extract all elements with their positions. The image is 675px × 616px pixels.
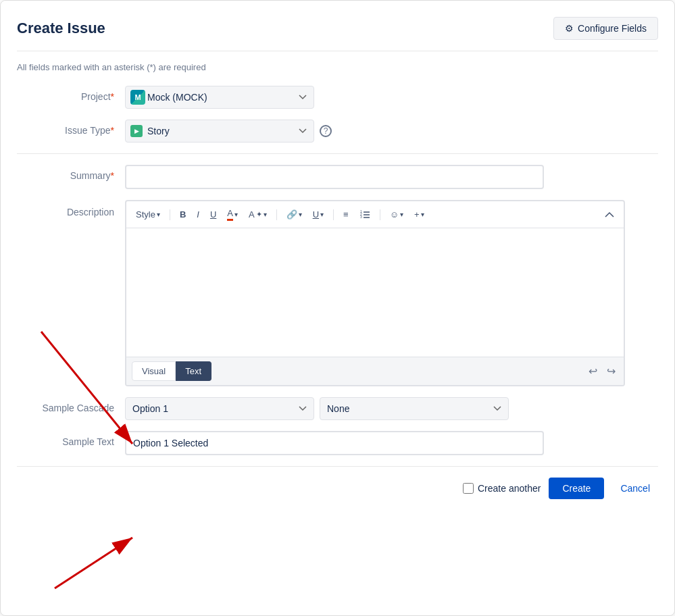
editor-actions: ↩ ↪ xyxy=(586,363,618,379)
cascade-primary-select[interactable]: Option 1 Option 2 Option 3 xyxy=(125,397,314,420)
style-dropdown-button[interactable]: Style ▾ xyxy=(132,207,164,222)
cascade-secondary-select[interactable]: None Sub-option 1 Sub-option 2 xyxy=(320,397,509,420)
text-tab[interactable]: Text xyxy=(176,361,211,381)
description-editor: Style ▾ B I U A ▾ A✦ ▾ xyxy=(125,200,625,386)
summary-input[interactable] xyxy=(125,165,544,189)
chevron-down-icon: ▾ xyxy=(157,211,160,218)
gear-icon: ⚙ xyxy=(565,23,574,34)
link-button[interactable]: 🔗 ▾ xyxy=(282,207,306,222)
sample-text-row: Sample Text xyxy=(17,431,658,455)
sample-text-label: Sample Text xyxy=(17,431,125,447)
sample-cascade-row: Sample Cascade Option 1 Option 2 Option … xyxy=(17,397,658,420)
description-label: Description xyxy=(17,200,125,217)
dialog-footer: Create another Create Cancel xyxy=(17,466,658,513)
issue-type-select[interactable]: Story Bug Task Epic xyxy=(125,120,314,143)
view-tabs: Visual Text xyxy=(132,361,211,381)
project-label: Project* xyxy=(17,86,125,102)
emoji-button[interactable]: ☺ ▾ xyxy=(386,207,407,222)
description-row: Description Style ▾ B I U A ▾ xyxy=(17,200,658,386)
project-row: Project* M Mock (MOCK) xyxy=(17,86,658,109)
summary-label: Summary* xyxy=(17,165,125,181)
description-toolbar: Style ▾ B I U A ▾ A✦ ▾ xyxy=(126,201,624,228)
description-content-area[interactable] xyxy=(126,228,624,357)
undo-button[interactable]: ↩ xyxy=(586,363,600,379)
create-button[interactable]: Create xyxy=(549,478,604,499)
underline2-button[interactable]: U ▾ xyxy=(309,207,328,222)
numbered-list-button[interactable]: 1 2 3 xyxy=(355,207,374,222)
collapse-toolbar-button[interactable] xyxy=(601,209,618,221)
required-note: All fields marked with an asterisk (*) a… xyxy=(17,62,658,72)
bold-button[interactable]: B xyxy=(176,207,190,222)
issue-type-label: Issue Type* xyxy=(17,120,125,136)
bullet-list-button[interactable]: ≡ xyxy=(339,207,353,222)
chevron-down-icon: ▾ xyxy=(234,211,238,218)
project-select-wrapper: M Mock (MOCK) xyxy=(125,86,314,109)
toolbar-separator-3 xyxy=(333,209,334,220)
project-control-wrap: M Mock (MOCK) xyxy=(125,86,658,109)
italic-button[interactable]: I xyxy=(193,207,203,222)
editor-footer: Visual Text ↩ ↪ xyxy=(126,357,624,385)
redo-button[interactable]: ↪ xyxy=(604,363,618,379)
visual-tab[interactable]: Visual xyxy=(132,361,176,381)
summary-row: Summary* xyxy=(17,165,658,189)
svg-text:3: 3 xyxy=(360,215,362,219)
add-button[interactable]: + ▾ xyxy=(410,207,428,222)
text-style-button[interactable]: A✦ ▾ xyxy=(245,207,271,222)
cancel-button[interactable]: Cancel xyxy=(612,478,658,499)
create-another-checkbox[interactable] xyxy=(463,483,474,494)
underline-button[interactable]: U xyxy=(206,207,220,222)
issue-type-control-wrap: ▶ Story Bug Task Epic ? xyxy=(125,120,658,143)
toolbar-separator-4 xyxy=(380,209,380,220)
create-another-label[interactable]: Create another xyxy=(463,483,541,494)
description-control-wrap: Style ▾ B I U A ▾ A✦ ▾ xyxy=(125,200,658,386)
chevron-down-icon: ▾ xyxy=(320,211,324,218)
sample-text-input[interactable] xyxy=(125,431,544,455)
font-color-button[interactable]: A ▾ xyxy=(223,205,242,224)
sample-cascade-label: Sample Cascade xyxy=(17,397,125,413)
sample-cascade-control-wrap: Option 1 Option 2 Option 3 None Sub-opti… xyxy=(125,397,658,420)
svg-line-9 xyxy=(55,538,132,588)
summary-control-wrap xyxy=(125,165,658,189)
chevron-down-icon: ▾ xyxy=(421,211,424,218)
toolbar-separator-1 xyxy=(170,209,170,220)
issue-type-select-wrapper: ▶ Story Bug Task Epic xyxy=(125,120,314,143)
issue-type-row: Issue Type* ▶ Story Bug Task Epic ? xyxy=(17,120,658,143)
sample-text-control-wrap xyxy=(125,431,658,455)
toolbar-separator-2 xyxy=(276,209,277,220)
form-divider xyxy=(17,153,658,154)
project-select[interactable]: Mock (MOCK) xyxy=(125,86,314,109)
issue-type-help-icon[interactable]: ? xyxy=(320,125,332,137)
chevron-down-icon: ▾ xyxy=(400,211,403,218)
cascade-selects: Option 1 Option 2 Option 3 None Sub-opti… xyxy=(125,397,509,420)
chevron-down-icon: ▾ xyxy=(264,211,267,218)
chevron-down-icon: ▾ xyxy=(299,211,302,218)
page-title: Create Issue xyxy=(17,20,105,37)
configure-fields-button[interactable]: ⚙ Configure Fields xyxy=(553,17,658,40)
